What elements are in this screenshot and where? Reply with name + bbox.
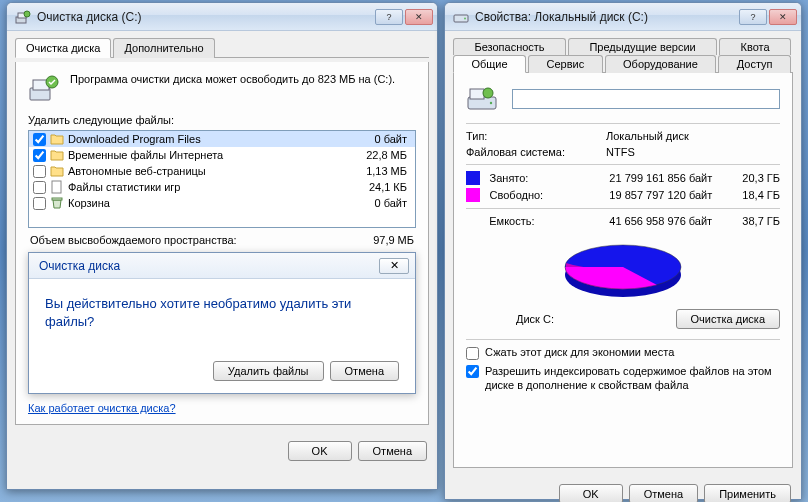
file-size: 22,8 МБ	[341, 149, 411, 161]
file-size: 0 байт	[341, 133, 411, 145]
compress-label: Сжать этот диск для экономии места	[485, 346, 674, 358]
file-name: Корзина	[68, 197, 341, 209]
free-bytes: 19 857 797 120 байт	[577, 189, 713, 201]
file-name: Downloaded Program Files	[68, 133, 341, 145]
index-label: Разрешить индексировать содержимое файло…	[485, 364, 780, 393]
free-gb: 18,4 ГБ	[712, 189, 780, 201]
tab-cleanup[interactable]: Очистка диска	[15, 38, 111, 58]
file-list[interactable]: Downloaded Program Files 0 байт Временны…	[28, 130, 416, 228]
help-button[interactable]: ?	[739, 9, 767, 25]
tab-service[interactable]: Сервис	[528, 55, 603, 73]
folder-icon	[50, 132, 64, 146]
volume-name-input[interactable]	[512, 89, 780, 109]
tabs-row1: Безопасность Предыдущие версии Квота	[453, 37, 793, 54]
confirm-dialog: Очистка диска ✕ Вы действительно хотите …	[28, 252, 416, 394]
confirm-text: Вы действительно хотите необратимо удали…	[45, 295, 399, 331]
svg-point-2	[24, 11, 30, 17]
disk-properties-window: Свойства: Локальный диск (C:) ? ✕ Безопа…	[444, 2, 802, 500]
help-button[interactable]: ?	[375, 9, 403, 25]
tab-security[interactable]: Безопасность	[453, 38, 566, 55]
file-row[interactable]: Временные файлы Интернета 22,8 МБ	[29, 147, 415, 163]
delete-files-button[interactable]: Удалить файлы	[213, 361, 324, 381]
window-title: Очистка диска (C:)	[37, 10, 375, 24]
tab-advanced[interactable]: Дополнительно	[113, 38, 214, 58]
file-row[interactable]: Downloaded Program Files 0 байт	[29, 131, 415, 147]
apply-button[interactable]: Применить	[704, 484, 791, 502]
file-checkbox[interactable]	[33, 197, 46, 210]
total-value: 97,9 МБ	[373, 234, 414, 246]
help-link[interactable]: Как работает очистка диска?	[28, 402, 176, 414]
file-size: 0 байт	[341, 197, 411, 209]
window-title: Свойства: Локальный диск (C:)	[475, 10, 739, 24]
tab-quota[interactable]: Квота	[719, 38, 791, 55]
used-swatch	[466, 171, 480, 185]
file-checkbox[interactable]	[33, 149, 46, 162]
file-name: Временные файлы Интернета	[68, 149, 341, 161]
disk-usage-pie	[553, 235, 693, 305]
file-name: Файлы статистики игр	[68, 181, 341, 193]
index-checkbox[interactable]	[466, 365, 479, 378]
ok-button[interactable]: OK	[559, 484, 623, 502]
used-bytes: 21 799 161 856 байт	[577, 172, 713, 184]
file-row[interactable]: Автономные веб-страницы 1,13 МБ	[29, 163, 415, 179]
fs-label: Файловая система:	[466, 146, 606, 158]
file-name: Автономные веб-страницы	[68, 165, 341, 177]
disk-cleanup-window: Очистка диска (C:) ? ✕ Очистка диска Доп…	[6, 2, 438, 490]
type-label: Тип:	[466, 130, 606, 142]
svg-point-9	[464, 17, 466, 19]
tabs: Очистка диска Дополнительно	[15, 37, 429, 58]
drive-icon	[453, 9, 469, 25]
svg-point-13	[483, 88, 493, 98]
confirm-titlebar[interactable]: Очистка диска ✕	[29, 253, 415, 279]
svg-rect-11	[470, 89, 484, 99]
compress-checkbox[interactable]	[466, 347, 479, 360]
used-label: Занято:	[490, 172, 577, 184]
cleanup-button[interactable]: Очистка диска	[676, 309, 780, 329]
file-checkbox[interactable]	[33, 181, 46, 194]
file-size: 24,1 КБ	[341, 181, 411, 193]
cancel-button[interactable]: Отмена	[629, 484, 698, 502]
tab-sharing[interactable]: Доступ	[718, 55, 791, 73]
tab-prev-versions[interactable]: Предыдущие версии	[568, 38, 717, 55]
file-icon	[50, 180, 64, 194]
confirm-close-button[interactable]: ✕	[379, 258, 409, 274]
folder-icon	[50, 148, 64, 162]
tab-general[interactable]: Общие	[453, 55, 526, 73]
free-swatch	[466, 188, 480, 202]
tab-hardware[interactable]: Оборудование	[605, 55, 717, 73]
ok-button[interactable]: OK	[288, 441, 352, 461]
file-row[interactable]: Корзина 0 байт	[29, 195, 415, 211]
svg-rect-7	[52, 198, 62, 200]
confirm-cancel-button[interactable]: Отмена	[330, 361, 399, 381]
tab-panel-cleanup: Программа очистки диска может освободить…	[15, 62, 429, 425]
titlebar[interactable]: Свойства: Локальный диск (C:) ? ✕	[445, 3, 801, 31]
capacity-label: Емкость:	[489, 215, 576, 227]
cancel-button[interactable]: Отмена	[358, 441, 427, 461]
tabs-row2: Общие Сервис Оборудование Доступ	[453, 54, 793, 72]
total-label: Объем высвобождаемого пространства:	[30, 234, 237, 246]
file-row[interactable]: Файлы статистики игр 24,1 КБ	[29, 179, 415, 195]
close-button[interactable]: ✕	[405, 9, 433, 25]
confirm-title: Очистка диска	[39, 259, 120, 273]
folder-icon	[50, 164, 64, 178]
drive-cleanup-icon	[28, 72, 60, 104]
type-value: Локальный диск	[606, 130, 780, 142]
delete-files-label: Удалить следующие файлы:	[28, 114, 416, 126]
used-gb: 20,3 ГБ	[712, 172, 780, 184]
disk-label: Диск C:	[466, 313, 554, 325]
svg-point-12	[490, 102, 492, 104]
file-checkbox[interactable]	[33, 165, 46, 178]
fs-value: NTFS	[606, 146, 780, 158]
drive-large-icon	[466, 83, 498, 115]
svg-rect-6	[52, 181, 61, 193]
general-panel: Тип:Локальный диск Файловая система:NTFS…	[453, 72, 793, 468]
capacity-bytes: 41 656 958 976 байт	[576, 215, 712, 227]
close-button[interactable]: ✕	[769, 9, 797, 25]
info-text: Программа очистки диска может освободить…	[70, 72, 395, 87]
file-size: 1,13 МБ	[341, 165, 411, 177]
file-checkbox[interactable]	[33, 133, 46, 146]
capacity-gb: 38,7 ГБ	[712, 215, 780, 227]
free-label: Свободно:	[490, 189, 577, 201]
titlebar[interactable]: Очистка диска (C:) ? ✕	[7, 3, 437, 31]
disk-cleanup-icon	[15, 9, 31, 25]
